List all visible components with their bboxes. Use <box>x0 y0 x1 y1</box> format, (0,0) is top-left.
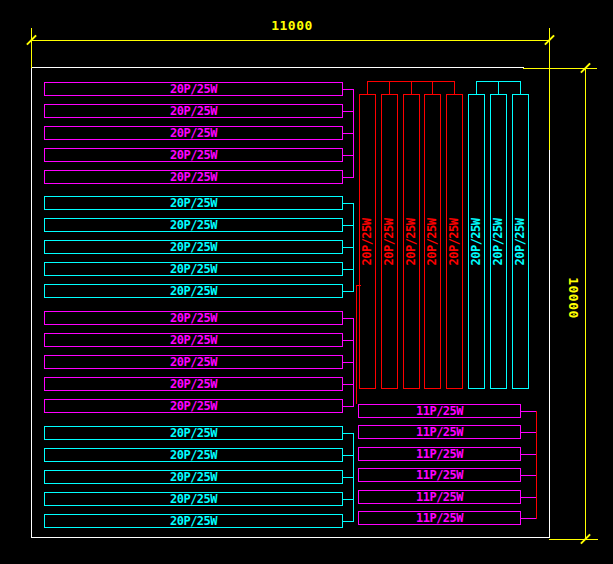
bus-bar: 11P/25W <box>358 425 521 439</box>
bus-bar: 20P/25W <box>44 126 343 140</box>
connector-stub <box>343 406 353 407</box>
comb-stub <box>367 81 368 94</box>
width-dimension-label: 11000 <box>262 18 322 33</box>
vertical-bus-bar-label: 20P/25W <box>404 202 418 282</box>
comb-line <box>367 81 455 82</box>
connector-stub <box>343 340 353 341</box>
bus-bar: 20P/25W <box>44 82 343 96</box>
connector-stub <box>521 475 536 476</box>
connector-stub <box>343 225 353 226</box>
extension-line-height-bottom <box>549 539 598 540</box>
border-top <box>31 67 524 68</box>
connector-stub <box>343 433 353 434</box>
comb-stub <box>476 81 477 94</box>
bus-bar: 20P/25W <box>44 218 343 232</box>
connector-stub <box>343 291 353 292</box>
bus-bar: 20P/25W <box>44 148 343 162</box>
connector-stub <box>343 318 353 319</box>
connector-stub <box>343 384 353 385</box>
connector-stub <box>343 499 353 500</box>
bus-bar: 20P/25W <box>44 196 343 210</box>
vertical-bus-bar-label: 20P/25W <box>491 202 505 282</box>
bus-bar: 20P/25W <box>44 399 343 413</box>
bus-bar: 20P/25W <box>44 262 343 276</box>
border-left <box>31 67 32 538</box>
comb-stub <box>432 81 433 94</box>
vertical-bus-bar-label: 20P/25W <box>382 202 396 282</box>
dimension-line-height <box>585 68 586 539</box>
feeder-line <box>356 285 357 404</box>
cad-canvas: 11000 10000 20P/25W20P/25W20P/25W20P/25W… <box>0 0 613 564</box>
border-right <box>549 150 550 538</box>
connector-stub <box>343 111 353 112</box>
bus-bar: 20P/25W <box>44 311 343 325</box>
bus-bar: 20P/25W <box>44 514 343 528</box>
connector-stub <box>521 518 536 519</box>
vertical-bus-bar-label: 20P/25W <box>360 202 374 282</box>
bus-bar: 20P/25W <box>44 426 343 440</box>
bus-bar: 11P/25W <box>358 511 521 525</box>
bus-bar: 20P/25W <box>44 355 343 369</box>
bus-bar: 20P/25W <box>44 377 343 391</box>
trunk-line <box>536 411 537 519</box>
comb-stub <box>498 81 499 94</box>
bus-bar: 20P/25W <box>44 470 343 484</box>
bus-bar: 20P/25W <box>44 448 343 462</box>
comb-stub <box>411 81 412 94</box>
vertical-bus-bar-label: 20P/25W <box>447 202 461 282</box>
bus-bar: 20P/25W <box>44 104 343 118</box>
connector-stub <box>521 432 536 433</box>
bus-bar: 20P/25W <box>44 240 343 254</box>
comb-stub <box>389 81 390 94</box>
bus-bar: 11P/25W <box>358 490 521 504</box>
connector-stub <box>343 269 353 270</box>
border-bottom <box>31 537 550 538</box>
height-dimension-label: 10000 <box>566 258 580 338</box>
extension-line-width-left <box>31 28 32 68</box>
connector-stub <box>343 521 353 522</box>
connector-stub <box>343 362 353 363</box>
dimension-line-width <box>31 40 549 41</box>
bus-bar: 20P/25W <box>44 492 343 506</box>
comb-stub <box>520 81 521 94</box>
bus-bar: 20P/25W <box>44 284 343 298</box>
connector-stub <box>521 411 536 412</box>
connector-stub <box>343 89 353 90</box>
trunk-line <box>353 203 354 292</box>
connector-stub <box>521 454 536 455</box>
connector-stub <box>343 177 353 178</box>
comb-line <box>476 81 521 82</box>
connector-stub <box>343 133 353 134</box>
extension-line-width-right <box>549 28 550 150</box>
connector-stub <box>343 455 353 456</box>
connector-stub <box>343 203 353 204</box>
connector-stub <box>521 497 536 498</box>
vertical-bus-bar-label: 20P/25W <box>513 202 527 282</box>
bus-bar: 11P/25W <box>358 468 521 482</box>
trunk-line <box>353 89 354 178</box>
bus-bar: 20P/25W <box>44 170 343 184</box>
bus-bar: 11P/25W <box>358 404 521 418</box>
connector-stub <box>343 155 353 156</box>
vertical-bus-bar-label: 20P/25W <box>469 202 483 282</box>
connector-stub <box>343 477 353 478</box>
comb-stub <box>454 81 455 94</box>
bus-bar: 20P/25W <box>44 333 343 347</box>
trunk-line <box>353 433 354 522</box>
connector-stub <box>343 247 353 248</box>
trunk-line <box>353 318 354 407</box>
bus-bar: 11P/25W <box>358 447 521 461</box>
vertical-bus-bar-label: 20P/25W <box>425 202 439 282</box>
